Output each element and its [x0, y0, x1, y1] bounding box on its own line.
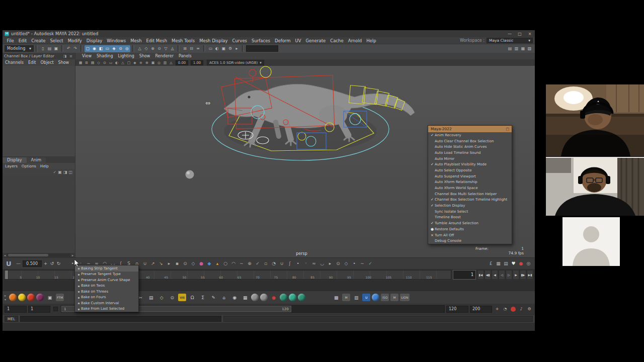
scroll-left-icon[interactable]: ◂	[3, 253, 7, 257]
anim-tool-icon[interactable]: ∪	[279, 261, 285, 266]
bake-menu-option[interactable]: ▪ Bake on Fours	[75, 295, 138, 301]
shelf-button[interactable]: ▦	[240, 293, 250, 302]
channel-box-menu-item[interactable]: Show	[58, 60, 69, 65]
playback-option-icon[interactable]	[511, 307, 516, 312]
popup-menu-option[interactable]: ✓ Auto Playblast Visibility Mode	[428, 161, 512, 167]
scrollbar-track[interactable]	[7, 253, 70, 257]
menu-item[interactable]: Deform	[272, 38, 293, 43]
popup-menu-option[interactable]: ✓ Tumble Around Selection	[428, 220, 512, 226]
popup-menu-option[interactable]: Auto Select Opposite	[428, 167, 512, 173]
popup-menu-option[interactable]: ● Restore Defaults	[428, 226, 512, 232]
status-icon[interactable]: ◐	[214, 45, 220, 52]
anim-tool-icon[interactable]: ↗	[150, 261, 156, 266]
redo-icon[interactable]: ↻	[56, 261, 61, 266]
playback-end-field[interactable]: 120	[446, 306, 468, 313]
popup-menu-option[interactable]: × Turn All Off	[428, 232, 512, 238]
status-icon[interactable]: ▣	[220, 45, 227, 52]
viewport-toolbar-icon[interactable]: ◬	[168, 60, 174, 66]
command-line-input[interactable]	[20, 316, 221, 322]
menu-item[interactable]: File	[5, 38, 16, 43]
shelf-button[interactable]: M	[342, 294, 350, 301]
layer-list-empty[interactable]	[3, 175, 75, 253]
shelf-button[interactable]: Σ	[198, 293, 207, 302]
increment-button[interactable]: +	[43, 261, 48, 266]
anim-tool-icon[interactable]: ◦	[303, 261, 309, 266]
layer-toolbar-icon[interactable]: ◨	[63, 170, 67, 174]
popup-menu-option[interactable]: Timeline Boost	[428, 215, 512, 221]
anim-tool-icon[interactable]: ♥	[511, 261, 516, 266]
status-icon[interactable]: ▢	[85, 45, 91, 52]
status-icon[interactable]: ▽	[163, 45, 169, 52]
decrement-button[interactable]: —	[16, 261, 21, 266]
menu-item[interactable]: Help	[364, 38, 378, 43]
channel-list-empty[interactable]	[3, 66, 75, 156]
colorspace-dropdown[interactable]: ACES 1.0 SDR-video (sRGB) ▾	[207, 60, 264, 65]
popup-menu-option[interactable]: Auto Clear Channel Box Selection	[428, 138, 512, 144]
status-icon[interactable]: ▯	[40, 45, 46, 52]
anim-tool-icon[interactable]: ✓	[368, 261, 373, 266]
anim-tool-icon[interactable]: ʃ	[287, 261, 293, 266]
status-icon[interactable]: ▧	[526, 45, 533, 52]
viewport-toolbar-icon[interactable]: ▣	[150, 60, 156, 66]
status-icon[interactable]: ⊕	[149, 45, 156, 52]
menu-item[interactable]: Cache	[328, 38, 346, 43]
popup-menu-option[interactable]: Auto Suspend Viewport	[428, 173, 512, 179]
shelf-button[interactable]: ISO	[381, 294, 389, 301]
layer-editor-tab[interactable]: Anim	[27, 157, 46, 163]
anim-start-field[interactable]: 1	[5, 306, 27, 313]
anim-tool-icon[interactable]: ⊙	[183, 261, 188, 266]
layer-menu-item[interactable]: Help	[40, 164, 49, 168]
shelf-button[interactable]	[36, 294, 44, 301]
anim-tool-icon[interactable]: ●	[518, 261, 524, 266]
viewport-canvas[interactable]: ⇔ persp Frame: 1 74.9 fps Maya-2022	[75, 66, 535, 257]
status-icon[interactable]: ◉	[91, 45, 98, 52]
menu-item[interactable]: UV	[293, 38, 303, 43]
anim-tool-icon[interactable]: ▪	[175, 261, 180, 266]
gamma-field[interactable]: 1.00	[191, 60, 203, 65]
bake-menu-option[interactable]: ▪ Bake From Last Selected	[75, 306, 138, 312]
anim-tool-icon[interactable]: ◆	[207, 261, 212, 266]
layer-toolbar-icon[interactable]: ▣	[58, 170, 62, 174]
anim-tool-icon[interactable]: ◇	[344, 261, 349, 266]
status-icon[interactable]: ▥	[513, 45, 520, 52]
bake-menu-option[interactable]: ▪ Preserve Tangent Type	[75, 272, 138, 278]
menu-item[interactable]: Mesh Display	[197, 38, 230, 43]
bake-menu-option[interactable]: ▪ Preserve Anim Curve Shape	[75, 277, 138, 283]
manipulator-sphere[interactable]	[186, 170, 194, 179]
status-icon[interactable]: △	[136, 45, 143, 52]
anim-tool-icon[interactable]: £	[488, 261, 494, 266]
anim-tool-icon[interactable]: •	[352, 261, 357, 266]
status-icon[interactable]: ▤	[507, 45, 513, 52]
layer-toolbar-icon[interactable]: ◫	[68, 170, 72, 174]
menu-item[interactable]: Modify	[65, 38, 84, 43]
popup-menu-option[interactable]: ✓ Channel Box Selection Timeline Highlig…	[428, 197, 512, 203]
anim-tool-icon[interactable]: ≈	[311, 261, 317, 266]
bake-menu-option[interactable]: ▪ Bake on Twos	[75, 283, 138, 289]
playback-button[interactable]: ▮◀	[477, 270, 484, 280]
anim-tool-icon[interactable]: ◡	[319, 261, 325, 266]
shelf-button[interactable]: ●	[269, 293, 278, 302]
menu-set-dropdown[interactable]: Modeling ▾	[5, 45, 34, 52]
shelf-button[interactable]: FTM	[56, 294, 64, 301]
status-icon[interactable]: ⊞	[182, 45, 188, 52]
popup-menu-option[interactable]: Sync Isolate Select	[428, 209, 512, 215]
anim-tool-icon[interactable]: ▴	[215, 261, 220, 266]
popup-menu-option[interactable]: Auto Mirror	[428, 156, 512, 162]
shelf-button[interactable]: ▤	[146, 293, 155, 302]
popup-menu-option[interactable]: Auto Xform Relationship	[428, 179, 512, 186]
popup-menu-option[interactable]: ✓ Selection Display	[428, 203, 512, 209]
exposure-field[interactable]: 0.00	[176, 60, 188, 65]
status-icon[interactable]: ⊟	[188, 45, 195, 52]
status-icon[interactable]: ◎	[124, 45, 130, 52]
shelf-button[interactable]	[251, 294, 259, 301]
shelf-button[interactable]	[298, 294, 305, 301]
menu-item[interactable]: Select	[48, 38, 65, 43]
anim-tool-icon[interactable]: ▫	[263, 261, 269, 266]
channel-box-menu-item[interactable]: Edit	[28, 60, 36, 65]
channel-box-menu-item[interactable]: Channels	[5, 60, 24, 65]
playback-button[interactable]: ▶	[513, 270, 519, 280]
anim-tool-icon[interactable]: ◠	[231, 261, 236, 266]
anim-tool-icon[interactable]: ◎	[526, 261, 531, 266]
window-titlebar[interactable]: M untitled* - Autodesk MAYA 2022: untitl…	[3, 30, 535, 37]
menu-item[interactable]: Arnold	[346, 38, 364, 43]
